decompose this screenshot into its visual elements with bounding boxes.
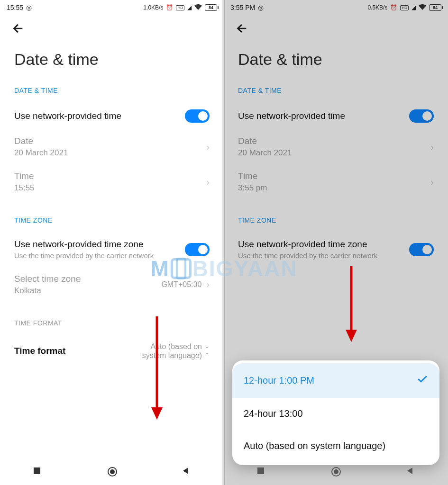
chevron-right-icon: › [206, 142, 210, 153]
use-network-timezone-toggle[interactable] [185, 243, 210, 256]
chevron-right-icon: › [206, 177, 210, 188]
select-timezone-row: Select time zone Kolkata GMT+05:30 › [0, 267, 224, 302]
use-network-timezone-label: Use network-provided time zone [14, 239, 185, 250]
status-speed: 1.0KB/s [143, 4, 163, 11]
option-12-hour[interactable]: 12-hour 1:00 PM [232, 363, 439, 398]
nav-home-button[interactable] [331, 467, 340, 476]
use-network-timezone-row[interactable]: Use network-provided time zone Use the t… [0, 233, 224, 267]
use-network-time-toggle[interactable] [185, 109, 210, 123]
signal-icon: ◢ [187, 4, 192, 11]
chevron-right-icon: › [206, 279, 210, 290]
svg-point-2 [110, 469, 115, 474]
nav-back-button[interactable] [406, 467, 415, 476]
status-bar: 15:55 ◎ 1.0KB/s ⏰ HD ◢ 84 [0, 0, 224, 15]
nav-bar [224, 458, 448, 485]
battery-icon: 84 [205, 4, 217, 11]
time-format-label: Time format [14, 346, 137, 356]
time-label: Time [14, 171, 201, 181]
svg-rect-4 [257, 467, 264, 474]
select-timezone-label: Select time zone [14, 274, 156, 284]
date-label: Date [14, 136, 201, 146]
nav-recent-button[interactable] [256, 467, 266, 476]
time-value: 15:55 [14, 183, 201, 193]
right-screenshot: 3:55 PM ◎ 0.5KB/s ⏰ HD ◢ 84 Date & time … [224, 0, 448, 485]
page-title: Date & time [0, 37, 224, 83]
time-row: Time 15:55 › [0, 164, 224, 199]
time-format-row[interactable]: Time format Auto (based on system langua… [0, 335, 224, 367]
status-time: 15:55 [7, 4, 23, 11]
section-timeformat-label: TIME FORMAT [0, 315, 224, 335]
section-timezone-label: TIME ZONE [0, 213, 224, 233]
annotation-arrow-left [150, 316, 164, 420]
nav-recent-button[interactable] [33, 467, 42, 476]
use-network-time-row[interactable]: Use network-provided time [0, 103, 224, 129]
section-date-time-label: DATE & TIME [0, 83, 224, 103]
back-button[interactable] [11, 28, 25, 36]
nav-home-button[interactable] [107, 467, 117, 476]
select-timezone-value: Kolkata [14, 286, 156, 296]
screenshot-seam [222, 0, 225, 485]
select-timezone-offset: GMT+05:30 [161, 280, 201, 289]
nav-bar [0, 458, 224, 485]
check-icon [417, 374, 428, 387]
nav-back-button[interactable] [182, 467, 191, 476]
annotation-arrow-right [344, 266, 358, 342]
left-screenshot: 15:55 ◎ 1.0KB/s ⏰ HD ◢ 84 Date & time DA… [0, 0, 224, 485]
svg-rect-0 [34, 467, 40, 474]
instagram-icon: ◎ [26, 4, 32, 11]
volte-icon: HD [176, 5, 184, 10]
spinner-icon: ⌃⌄ [205, 348, 210, 354]
option-24-hour[interactable]: 24-hour 13:00 [232, 398, 439, 430]
alarm-icon: ⏰ [166, 4, 173, 11]
wifi-icon [194, 4, 202, 11]
date-value: 20 March 2021 [14, 148, 201, 158]
use-network-timezone-desc: Use the time provided by the carrier net… [14, 251, 185, 260]
date-row: Date 20 March 2021 › [0, 129, 224, 164]
use-network-time-label: Use network-provided time [14, 111, 185, 121]
svg-point-6 [334, 469, 338, 474]
time-format-sheet: 12-hour 1:00 PM 24-hour 13:00 Auto (base… [232, 360, 439, 465]
